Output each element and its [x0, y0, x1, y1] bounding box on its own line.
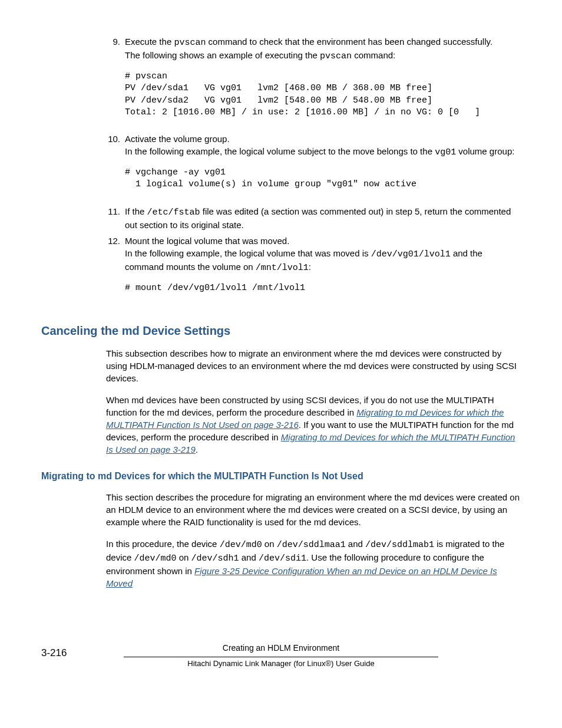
step-text: In the following example, the logical vo…	[125, 145, 521, 159]
inline-code: /dev/sdi1	[259, 554, 306, 564]
footer-book-title: Hitachi Dynamic Link Manager (for Linux®…	[41, 658, 521, 669]
section-heading: Canceling the md Device Settings	[41, 322, 521, 339]
step-text: The following shows an example of execut…	[125, 49, 521, 62]
inline-code: /dev/sddlmaa1	[277, 540, 346, 550]
subsection-heading: Migrating to md Devices for which the MU…	[41, 470, 521, 483]
page-content: 9. Execute the pvscan command to check t…	[0, 0, 562, 687]
step-text: Mount the logical volume that was moved.	[125, 235, 521, 247]
paragraph: This subsection describes how to migrate…	[106, 347, 521, 384]
footer-divider	[124, 657, 438, 657]
step-number: 10.	[103, 133, 125, 202]
inline-code: /etc/fstab	[147, 207, 200, 218]
step-text: If the /etc/fstab file was edited (a sec…	[125, 205, 521, 231]
step-text: Activate the volume group.	[125, 133, 521, 145]
code-block: # mount /dev/vg01/lvol1 /mnt/lvol1	[125, 282, 521, 294]
step-10: 10. Activate the volume group. In the fo…	[103, 133, 521, 202]
footer-chapter: Creating an HDLM Environment	[41, 643, 521, 654]
inline-code: pvscan	[174, 38, 206, 48]
inline-code: /dev/sdh1	[191, 554, 239, 564]
inline-code: pvscan	[320, 51, 352, 61]
step-number: 12.	[103, 235, 125, 305]
step-9: 9. Execute the pvscan command to check t…	[103, 35, 521, 129]
step-number: 9.	[103, 35, 125, 129]
inline-code: /dev/md0	[220, 540, 262, 550]
inline-code: /dev/sddlmab1	[365, 540, 434, 550]
page-number: 3-216	[41, 646, 67, 660]
step-12: 12. Mount the logical volume that was mo…	[103, 235, 521, 305]
inline-code: /mnt/lvol1	[256, 263, 309, 273]
section-body: This subsection describes how to migrate…	[106, 347, 521, 456]
subsection-body: This section describes the procedure for…	[106, 491, 521, 589]
inline-code: /dev/vg01/lvol1	[371, 249, 451, 259]
step-11: 11. If the /etc/fstab file was edited (a…	[103, 205, 521, 231]
code-block: # vgchange -ay vg01 1 logical volume(s) …	[125, 167, 521, 191]
step-text: In the following example, the logical vo…	[125, 247, 521, 274]
inline-code: vg01	[435, 147, 456, 157]
step-number: 11.	[103, 205, 125, 231]
paragraph: In this procedure, the device /dev/md0 o…	[106, 538, 521, 589]
inline-code: /dev/md0	[134, 554, 177, 564]
paragraph: This section describes the procedure for…	[106, 491, 521, 528]
page-footer: 3-216 Creating an HDLM Environment Hitac…	[41, 643, 521, 669]
paragraph: When md devices have been constructed by…	[106, 394, 521, 456]
step-text: Execute the pvscan command to check that…	[125, 35, 521, 49]
code-block: # pvscan PV /dev/sda1 VG vg01 lvm2 [468.…	[125, 71, 521, 118]
ordered-list: 9. Execute the pvscan command to check t…	[103, 35, 521, 305]
